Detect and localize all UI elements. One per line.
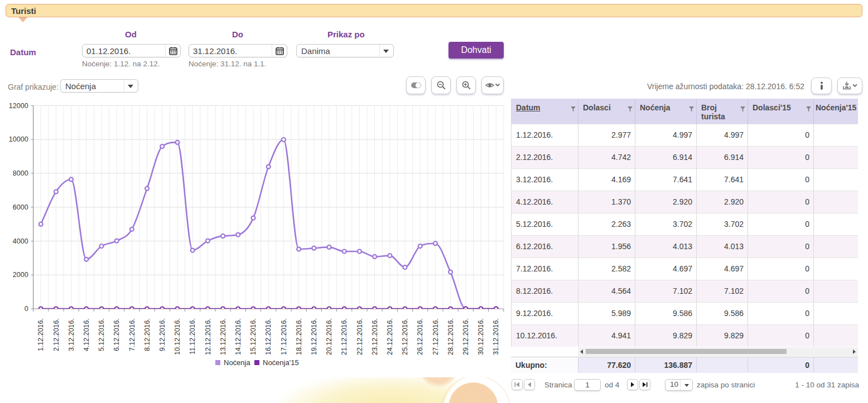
svg-text:14.12.2016.: 14.12.2016. (234, 318, 242, 355)
svg-text:8.12.2016.: 8.12.2016. (143, 318, 151, 351)
svg-text:6.12.2016.: 6.12.2016. (113, 318, 120, 351)
svg-text:5.12.2016.: 5.12.2016. (98, 318, 105, 351)
svg-text:27.12.2016.: 27.12.2016. (432, 318, 440, 355)
svg-text:3.12.2016.: 3.12.2016. (67, 318, 75, 351)
svg-text:0: 0 (25, 305, 28, 313)
svg-text:21.12.2016.: 21.12.2016. (340, 318, 348, 355)
svg-text:11.12.2016.: 11.12.2016. (189, 318, 196, 355)
svg-text:4000: 4000 (13, 237, 28, 245)
svg-text:12000: 12000 (9, 102, 28, 110)
svg-text:25.12.2016.: 25.12.2016. (401, 318, 409, 355)
svg-text:1.12.2016.: 1.12.2016. (37, 318, 45, 351)
svg-text:7.12.2016.: 7.12.2016. (128, 318, 136, 351)
svg-text:2.12.2016.: 2.12.2016. (52, 318, 60, 351)
svg-text:9.12.2016.: 9.12.2016. (158, 318, 166, 351)
svg-text:29.12.2016.: 29.12.2016. (462, 318, 470, 355)
svg-text:6000: 6000 (13, 203, 28, 211)
svg-text:10000: 10000 (9, 135, 28, 143)
svg-text:18.12.2016.: 18.12.2016. (295, 318, 303, 355)
svg-text:12.12.2016.: 12.12.2016. (204, 318, 212, 355)
svg-text:15.12.2016.: 15.12.2016. (249, 318, 257, 355)
svg-text:31.12.2016.: 31.12.2016. (492, 318, 500, 355)
svg-text:Noćenja'15: Noćenja'15 (263, 358, 299, 367)
svg-text:2000: 2000 (13, 271, 28, 279)
svg-text:24.12.2016.: 24.12.2016. (386, 318, 394, 355)
svg-text:22.12.2016.: 22.12.2016. (356, 318, 364, 355)
svg-text:30.12.2016.: 30.12.2016. (477, 318, 485, 355)
svg-text:20.12.2016.: 20.12.2016. (325, 318, 333, 355)
svg-text:28.12.2016.: 28.12.2016. (447, 318, 455, 355)
svg-text:8000: 8000 (13, 169, 28, 177)
svg-text:Noćenja: Noćenja (224, 358, 250, 367)
svg-text:10.12.2016.: 10.12.2016. (173, 318, 181, 355)
svg-text:16.12.2016.: 16.12.2016. (264, 318, 272, 355)
svg-text:13.12.2016.: 13.12.2016. (219, 318, 227, 355)
svg-text:23.12.2016.: 23.12.2016. (371, 318, 379, 355)
svg-text:19.12.2016.: 19.12.2016. (310, 318, 318, 355)
svg-text:17.12.2016.: 17.12.2016. (280, 318, 288, 355)
svg-text:26.12.2016.: 26.12.2016. (416, 318, 424, 355)
svg-text:4.12.2016.: 4.12.2016. (83, 318, 90, 351)
